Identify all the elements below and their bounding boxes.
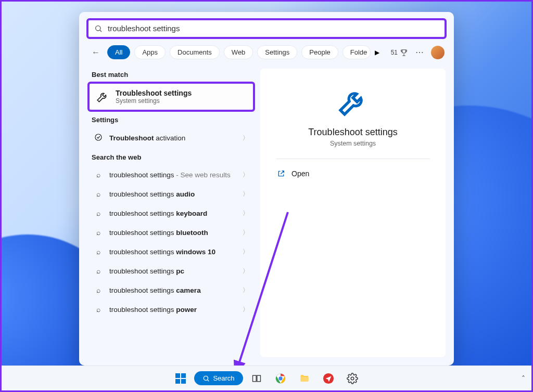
preview-title: Troubleshoot settings xyxy=(308,127,397,138)
explorer-button[interactable] xyxy=(294,368,315,389)
search-icon: ⌕ xyxy=(94,306,103,313)
filter-folders[interactable]: Folde xyxy=(342,45,371,59)
chevron-right-icon: 〉 xyxy=(243,134,249,142)
preview-subtitle: System settings xyxy=(330,140,376,147)
result-text-bold: audio xyxy=(176,190,195,198)
chrome-icon xyxy=(275,373,286,384)
search-icon: ⌕ xyxy=(94,171,103,179)
result-text-bold: keyboard xyxy=(176,210,207,217)
result-text-bold: windows 10 xyxy=(176,248,215,256)
rewards-count: 51 xyxy=(391,49,398,56)
rewards-counter[interactable]: 51 xyxy=(391,48,408,57)
web-result[interactable]: ⌕ troubleshoot settings bluetooth 〉 xyxy=(88,223,254,242)
svg-point-4 xyxy=(204,376,208,380)
web-result[interactable]: ⌕ troubleshoot settings keyboard 〉 xyxy=(88,204,254,223)
svg-rect-11 xyxy=(300,376,308,381)
chevron-right-icon: 〉 xyxy=(243,267,249,276)
settings-button[interactable] xyxy=(342,368,363,389)
filter-apps[interactable]: Apps xyxy=(134,45,166,59)
filter-all[interactable]: All xyxy=(107,45,130,59)
results-column: Best match Troubleshoot settings System … xyxy=(79,66,256,365)
search-input[interactable] xyxy=(108,24,439,33)
web-result[interactable]: ⌕ troubleshoot settings - See web result… xyxy=(88,165,254,185)
task-view-button[interactable] xyxy=(246,368,267,389)
settings-header: Settings xyxy=(88,111,254,128)
back-button[interactable]: ← xyxy=(88,46,103,59)
web-result[interactable]: ⌕ troubleshoot settings camera 〉 xyxy=(88,281,254,300)
filter-people[interactable]: People xyxy=(301,45,338,59)
result-hint: - See web results xyxy=(174,171,231,179)
result-text: troubleshoot settings xyxy=(109,248,176,256)
result-text: troubleshoot settings xyxy=(109,229,176,237)
search-icon: ⌕ xyxy=(94,190,103,198)
filter-web[interactable]: Web xyxy=(224,45,253,59)
result-text-bold: camera xyxy=(176,286,200,294)
divider xyxy=(276,159,430,159)
task-view-icon xyxy=(251,373,262,384)
folder-icon xyxy=(299,373,310,384)
result-text: troubleshoot settings xyxy=(109,171,174,179)
trophy-icon xyxy=(400,48,408,57)
chevron-up-icon[interactable]: ˄ xyxy=(522,374,525,383)
result-text-bold: pc xyxy=(176,267,184,275)
svg-line-1 xyxy=(100,30,101,32)
result-text: activation xyxy=(156,134,185,142)
best-match-subtitle: System settings xyxy=(116,97,192,104)
svg-point-13 xyxy=(351,377,354,380)
send-icon xyxy=(323,373,334,384)
best-match-title: Troubleshoot settings xyxy=(116,89,192,97)
svg-point-0 xyxy=(96,25,100,30)
taskbar: Search ˄ xyxy=(2,365,531,390)
web-result[interactable]: ⌕ troubleshoot settings windows 10 〉 xyxy=(88,242,254,262)
svg-point-2 xyxy=(95,134,101,140)
result-text-bold: Troubleshoot xyxy=(109,134,156,142)
open-action[interactable]: Open xyxy=(276,167,310,180)
search-icon xyxy=(202,375,210,382)
taskbar-search-button[interactable]: Search xyxy=(194,371,243,385)
windows-logo-icon xyxy=(175,373,186,384)
result-text: troubleshoot settings xyxy=(109,306,176,313)
svg-rect-6 xyxy=(252,375,256,382)
web-header: Search the web xyxy=(88,148,254,165)
chevron-right-icon: 〉 xyxy=(243,286,249,295)
chevron-right-icon: 〉 xyxy=(243,190,249,199)
result-text: troubleshoot settings xyxy=(109,190,176,198)
wrench-icon xyxy=(96,90,109,103)
best-match-header: Best match xyxy=(88,66,254,83)
taskbar-search-label: Search xyxy=(213,374,234,382)
filter-settings[interactable]: Settings xyxy=(257,45,297,59)
chevron-right-icon: 〉 xyxy=(243,228,249,237)
search-panel: ← All Apps Documents Web Settings People… xyxy=(79,12,454,365)
start-button[interactable] xyxy=(170,368,191,389)
open-icon xyxy=(277,169,285,178)
svg-point-10 xyxy=(278,376,282,380)
chrome-button[interactable] xyxy=(270,368,291,389)
search-icon: ⌕ xyxy=(94,210,103,217)
preview-pane: Troubleshoot settings System settings Op… xyxy=(260,69,446,357)
web-result[interactable]: ⌕ troubleshoot settings pc 〉 xyxy=(88,262,254,281)
app-button[interactable] xyxy=(318,368,339,389)
filter-more-icon[interactable]: ▶ xyxy=(375,49,379,56)
result-text: troubleshoot settings xyxy=(109,210,176,217)
search-icon: ⌕ xyxy=(94,248,103,256)
user-avatar[interactable] xyxy=(431,46,445,59)
svg-rect-7 xyxy=(257,375,260,382)
filter-documents[interactable]: Documents xyxy=(170,45,220,59)
search-box[interactable] xyxy=(87,19,446,38)
chevron-right-icon: 〉 xyxy=(243,171,249,179)
wrench-icon xyxy=(336,85,370,119)
result-text: troubleshoot settings xyxy=(109,286,176,294)
web-result[interactable]: ⌕ troubleshoot settings audio 〉 xyxy=(88,185,254,204)
chevron-right-icon: 〉 xyxy=(243,305,249,314)
web-result[interactable]: ⌕ troubleshoot settings power 〉 xyxy=(88,300,254,319)
settings-result[interactable]: Troubleshoot activation 〉 xyxy=(88,128,254,148)
more-options-icon[interactable]: ⋯ xyxy=(412,47,427,57)
chevron-right-icon: 〉 xyxy=(243,247,249,256)
best-match-item[interactable]: Troubleshoot settings System settings xyxy=(88,83,254,111)
svg-line-5 xyxy=(208,380,209,381)
result-text: troubleshoot settings xyxy=(109,267,176,275)
search-icon: ⌕ xyxy=(94,286,103,294)
result-text-bold: power xyxy=(176,306,197,313)
search-icon: ⌕ xyxy=(94,267,103,275)
chevron-right-icon: 〉 xyxy=(243,209,249,218)
